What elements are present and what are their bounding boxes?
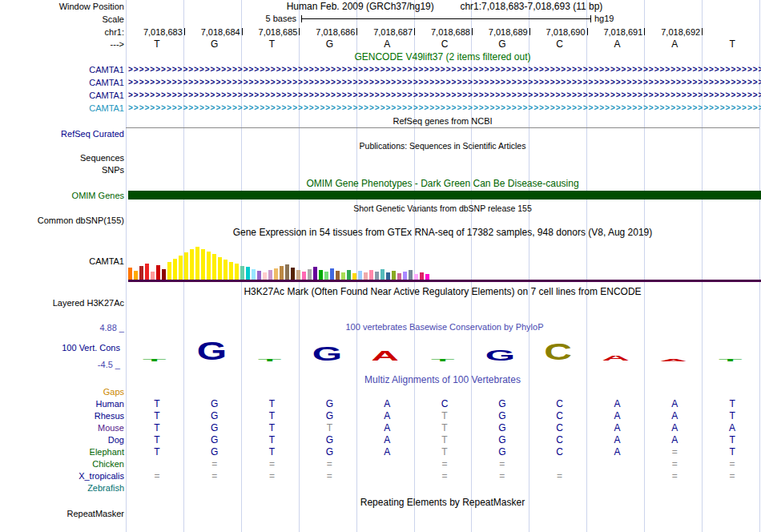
sequences-label[interactable]: Sequences xyxy=(0,153,128,163)
gtex-tissue-bar[interactable] xyxy=(409,270,413,280)
gtex-tissue-bar[interactable] xyxy=(280,266,284,280)
gtex-tissue-bar[interactable] xyxy=(403,272,407,280)
species-label[interactable]: Human xyxy=(0,399,128,409)
gtex-tissue-bar[interactable] xyxy=(207,252,211,280)
gtex-tissue-bar[interactable] xyxy=(134,271,138,280)
gtex-tissue-bar[interactable] xyxy=(386,272,390,280)
gtex-tissue-bar[interactable] xyxy=(313,267,317,280)
alignment-base: A xyxy=(646,409,703,421)
gencode-title[interactable]: GENCODE V49lift37 (2 items filtered out) xyxy=(126,51,759,62)
gtex-tissue-bar[interactable] xyxy=(240,266,244,280)
gtex-tissue-bar[interactable] xyxy=(246,267,250,280)
gtex-tissue-bar[interactable] xyxy=(364,272,368,280)
gtex-tissue-bar[interactable] xyxy=(347,270,351,280)
gtex-tissue-bar[interactable] xyxy=(184,252,188,280)
alignment-base: = xyxy=(646,470,703,482)
gtex-tissue-bar[interactable] xyxy=(375,272,379,280)
omim-gene-bar[interactable] xyxy=(128,191,761,200)
multiz-title[interactable]: Multiz Alignments of 100 Vertebrates xyxy=(126,374,759,385)
gtex-tissue-bar[interactable] xyxy=(145,264,149,280)
gtex-tissue-bar[interactable] xyxy=(420,272,424,280)
sequences-row: Sequences xyxy=(0,152,761,163)
gtex-tissue-bar[interactable] xyxy=(336,271,340,280)
gtex-tissue-bar[interactable] xyxy=(425,274,429,280)
gtex-tissue-bar[interactable] xyxy=(330,268,334,280)
gtex-tissue-bar[interactable] xyxy=(352,273,356,280)
gtex-tissue-bar[interactable] xyxy=(252,269,256,280)
species-label[interactable]: Mouse xyxy=(0,423,128,433)
omim-title[interactable]: OMIM Gene Phenotypes - Dark Green Can Be… xyxy=(126,178,759,189)
gtex-tissue-bar[interactable] xyxy=(324,272,328,280)
gene-arrow-line[interactable]: >>>>>>>>>>>>>>>>>>>>>>>>>>>>>>>>>>>>>>>>… xyxy=(128,64,761,75)
gtex-tissue-bar[interactable] xyxy=(380,269,385,280)
gene-arrow-line[interactable]: >>>>>>>>>>>>>>>>>>>>>>>>>>>>>>>>>>>>>>>>… xyxy=(128,103,761,114)
gtex-tissue-bar[interactable] xyxy=(274,268,278,280)
gtex-title[interactable]: Gene Expression in 54 tissues from GTEx … xyxy=(126,227,759,238)
gtex-tissue-bar[interactable] xyxy=(257,271,261,280)
gtex-tissue-bar[interactable] xyxy=(190,249,194,280)
gtex-tissue-bar[interactable] xyxy=(369,270,373,280)
snps-row: SNPs xyxy=(0,164,761,175)
gtex-gene-label[interactable]: CAMTA1 xyxy=(0,256,128,266)
species-label[interactable]: Chicken xyxy=(0,459,128,469)
gtex-expression-chart[interactable] xyxy=(128,240,761,280)
species-label[interactable]: X_tropicalis xyxy=(0,471,128,481)
repeatmasker-label[interactable]: RepeatMasker xyxy=(0,509,128,518)
gtex-tissue-bar[interactable] xyxy=(212,254,216,280)
gtex-tissue-bar[interactable] xyxy=(285,264,289,280)
gtex-tissue-bar[interactable] xyxy=(392,271,396,280)
species-label[interactable]: Rhesus xyxy=(0,411,128,421)
gtex-tissue-bar[interactable] xyxy=(218,257,222,280)
gtex-tissue-bar[interactable] xyxy=(156,265,160,280)
gtex-tissue-bar[interactable] xyxy=(296,270,300,280)
gtex-tissue-bar[interactable] xyxy=(319,270,323,280)
dbsnp-label[interactable]: Common dbSNP(155) xyxy=(0,216,128,225)
gtex-tissue-bar[interactable] xyxy=(302,272,306,280)
gene-arrow-line[interactable]: >>>>>>>>>>>>>>>>>>>>>>>>>>>>>>>>>>>>>>>>… xyxy=(128,77,761,88)
publications-title[interactable]: Publications: Sequences in Scientific Ar… xyxy=(126,141,759,151)
gtex-tissue-bar[interactable] xyxy=(414,274,418,280)
gtex-tissue-bar[interactable] xyxy=(291,268,295,280)
vert-cons-label[interactable]: 100 Vert. Cons xyxy=(0,343,124,353)
gtex-tissue-bar[interactable] xyxy=(223,260,227,280)
gtex-tissue-bar[interactable] xyxy=(173,259,177,280)
alignment-base: t xyxy=(300,421,358,433)
gene-label[interactable]: CAMTA1 xyxy=(0,65,128,75)
gtex-tissue-bar[interactable] xyxy=(397,273,401,280)
gtex-tissue-bar[interactable] xyxy=(151,272,155,280)
species-label[interactable]: Zebrafish xyxy=(0,483,128,493)
gene-label[interactable]: CAMTA1 xyxy=(0,103,128,113)
gtex-tissue-bar[interactable] xyxy=(308,269,312,280)
gtex-tissue-bar[interactable] xyxy=(179,256,183,280)
omim-genes-label[interactable]: OMIM Genes xyxy=(0,191,128,200)
dbsnp-title[interactable]: Short Genetic Variants from dbSNP releas… xyxy=(126,204,759,213)
species-label[interactable]: Elephant xyxy=(0,447,128,457)
gene-arrow-line[interactable]: >>>>>>>>>>>>>>>>>>>>>>>>>>>>>>>>>>>>>>>>… xyxy=(128,90,761,101)
gtex-tissue-bar[interactable] xyxy=(128,268,132,280)
alignment-base xyxy=(589,457,646,470)
repeatmasker-title[interactable]: Repeating Elements by RepeatMasker xyxy=(126,497,759,508)
gtex-tissue-bar[interactable] xyxy=(235,264,239,280)
gtex-tissue-bar[interactable] xyxy=(201,249,205,280)
refseq-curated-label[interactable]: RefSeq Curated xyxy=(0,129,128,139)
gene-label[interactable]: CAMTA1 xyxy=(0,91,128,100)
snps-label[interactable]: SNPs xyxy=(0,165,128,175)
gtex-tissue-bar[interactable] xyxy=(263,272,267,280)
gtex-tissue-bar[interactable] xyxy=(268,270,272,280)
refseq-title[interactable]: RefSeq genes from NCBI xyxy=(126,116,759,126)
gtex-tissue-bar[interactable] xyxy=(162,269,166,280)
gene-label[interactable]: CAMTA1 xyxy=(0,78,128,87)
h3k27ac-label[interactable]: Layered H3K27Ac xyxy=(0,298,128,308)
gtex-tissue-bar[interactable] xyxy=(229,262,233,280)
phylop-title[interactable]: 100 vertebrates Basewise Conservation by… xyxy=(345,322,543,332)
gtex-tissue-bar[interactable] xyxy=(195,247,199,280)
gtex-tissue-bar[interactable] xyxy=(139,266,143,280)
species-label[interactable]: Gaps xyxy=(0,387,128,397)
h3k27ac-title[interactable]: H3K27Ac Mark (Often Found Near Active Re… xyxy=(126,286,759,297)
gtex-tissue-bar[interactable] xyxy=(167,262,171,280)
species-label[interactable]: Dog xyxy=(0,435,128,445)
gtex-tissue-bar[interactable] xyxy=(341,272,345,280)
gtex-tissue-bar[interactable] xyxy=(358,271,362,280)
alignment-base: A xyxy=(358,445,416,457)
conservation-logo[interactable]: TGTGATGCAAT xyxy=(126,332,759,361)
